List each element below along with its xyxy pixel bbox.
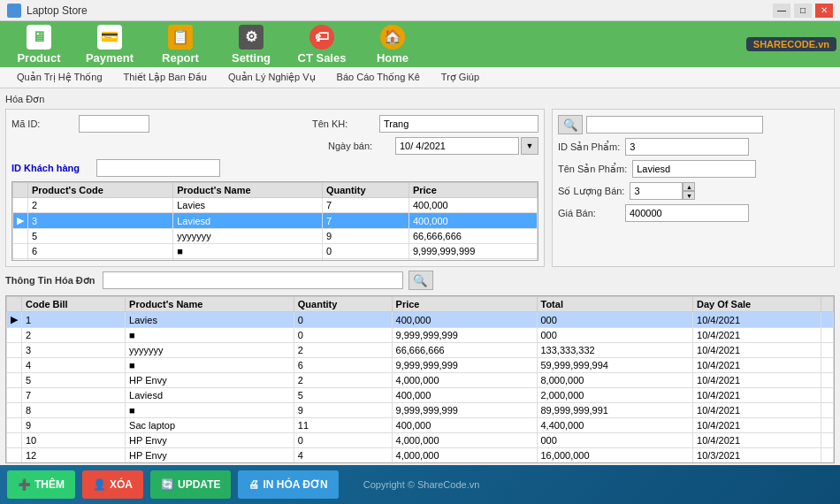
bill-arrow-cell [7,358,22,373]
col-product-name: Product's Name [173,183,323,198]
nav-payment[interactable]: 💳 Payment [74,21,145,68]
bill-col-arrow [7,297,22,312]
date-input-wrap: ▼ [395,137,538,155]
bill-total: 266,500,098 [537,463,693,464]
row-arrow-cell [13,259,28,262]
nav-report-label: Report [162,51,199,65]
bill-code: 5 [22,373,126,388]
ten-kh-input[interactable] [379,115,538,133]
nav-product[interactable]: 🖥 Product [4,21,74,68]
row-arrow-cell: ▶ [13,213,28,229]
bill-arrow-cell [7,448,22,463]
bills-search-input[interactable] [103,271,403,289]
bills-row[interactable]: 8 ■ 9 9,999,999,999 89,999,999,991 10/4/… [7,403,834,418]
bills-row[interactable]: 12 HP Envy 4 4,000,000 16,000,000 10/3/2… [7,448,834,463]
id-khach-hang-input[interactable] [96,159,220,177]
title-bar: Laptop Store — □ ✕ [0,0,840,21]
bill-name: Susi nsha [126,463,294,464]
nav-logo: SHARECODE.vn [746,37,836,51]
bill-col-total: Total [537,297,693,312]
bill-code: 3 [22,343,126,358]
bill-extra [821,403,834,418]
products-row[interactable]: 2 Lavies 7 400,000 [13,198,538,213]
update-label: UPDATE [178,478,220,491]
ma-id-input[interactable] [79,115,149,133]
print-button[interactable]: 🖨 IN HÓA ĐƠN [238,470,338,499]
right-row-id-sp: ID Sản Phẩm: [558,138,829,156]
bills-row[interactable]: 3 yyyyyyy 2 66,666,666 133,333,332 10/4/… [7,343,834,358]
xoa-button[interactable]: 👤 XÓA [82,470,143,499]
menu-bar: Quản Trị Hệ Thống Thiết Lập Ban Đầu Quản… [0,67,840,88]
products-row[interactable]: 5 yyyyyyy 9 66,666,666 [13,229,538,244]
bills-table: Code Bill Product's Name Quantity Price … [6,296,834,463]
bills-row[interactable]: 2 ■ 0 9,999,999,999 000 10/4/2021 [7,328,834,343]
close-button[interactable]: ✕ [815,4,833,18]
bill-qty: 0 [294,312,392,328]
ten-kh-label: Tên KH: [312,118,374,129]
so-luong-down-button[interactable]: ▼ [683,191,695,200]
col-quantity: Quantity [322,183,409,198]
so-luong-up-button[interactable]: ▲ [683,182,695,191]
id-sp-label: ID Sản Phẩm: [558,141,620,153]
col-product-code: Product's Code [28,183,173,198]
form-left-panel: Mã ID: Tên KH: Ngày bán: ▼ ID Khách hàng [5,109,545,267]
nav-report[interactable]: 📋 Report [145,21,216,68]
row-code: 3 [28,213,173,229]
bills-row[interactable]: 7 Laviesd 5 400,000 2,000,000 10/4/2021 [7,388,834,403]
menu-quan-tri[interactable]: Quản Trị Hệ Thống [7,69,112,86]
gia-ban-input[interactable] [625,204,749,222]
bill-col-code: Code Bill [22,297,126,312]
bill-qty: 6 [294,358,392,373]
bill-qty: 0 [294,433,392,448]
ma-id-label: Mã ID: [11,118,73,129]
update-button[interactable]: 🔄 UPDATE [150,470,231,499]
nav-ctsales[interactable]: 🏷 CT Sales [286,21,357,68]
bill-code: 8 [22,403,126,418]
bill-price: 9,999,999,999 [392,358,537,373]
bill-name: ■ [126,358,294,373]
product-icon: 🖥 [27,25,51,50]
bills-row[interactable]: 4 ■ 6 9,999,999,999 59,999,999,994 10/4/… [7,358,834,373]
menu-quan-ly[interactable]: Quản Lý Nghiệp Vụ [218,69,325,86]
row-price: 66,666,666 [409,229,537,244]
menu-tro-giup[interactable]: Trợ Giúp [431,69,489,86]
menu-bao-cao[interactable]: Báo Cáo Thống Kê [327,69,430,86]
bill-extra [821,388,834,403]
row-quantity: 7 [322,213,409,229]
bill-qty: 0 [294,328,392,343]
bill-name: HP Envy [126,433,294,448]
ngay-ban-label: Ngày bán: [328,141,390,151]
bottom-bar: ➕ THÊM 👤 XÓA 🔄 UPDATE 🖨 IN HÓA ĐƠN Copyr… [0,465,840,504]
ten-sp-input[interactable] [632,160,756,178]
them-button[interactable]: ➕ THÊM [7,470,75,499]
nav-home[interactable]: 🏠 Home [357,21,428,68]
bills-row[interactable]: 5 HP Envy 2 4,000,000 8,000,000 10/4/202… [7,373,834,388]
bills-row[interactable]: 9 Sac laptop 11 400,000 4,400,000 10/4/2… [7,418,834,433]
bill-total: 000 [537,328,693,343]
setting-icon: ⚙ [239,25,263,50]
bills-row[interactable]: 10 HP Envy 0 4,000,000 000 10/4/2021 [7,433,834,448]
id-sp-input[interactable] [625,138,749,156]
products-row[interactable]: 6 ■ 0 9,999,999,999 [13,244,538,259]
date-picker-button[interactable]: ▼ [521,137,538,155]
menu-thiet-lap[interactable]: Thiết Lập Ban Đầu [114,69,217,86]
bills-row[interactable]: ▶ 1 Lavies 0 400,000 000 10/4/2021 [7,312,834,328]
right-search-input[interactable] [586,116,763,134]
them-icon: ➕ [18,478,31,491]
row-arrow-cell [13,229,28,244]
bill-extra [821,373,834,388]
bill-total: 59,999,999,994 [537,358,693,373]
bill-day: 10/4/2021 [693,358,821,373]
bill-total: 8,000,000 [537,373,693,388]
bills-row[interactable]: 13 Susi nsha 3 88,833,366 266,500,098 10… [7,463,834,464]
products-row[interactable]: ▶ 3 Laviesd 7 400,000 [13,213,538,229]
nav-setting[interactable]: ⚙ Setting [216,21,286,68]
so-luong-ban-input[interactable] [630,182,683,200]
bill-price: 4,000,000 [392,433,537,448]
right-search-button[interactable]: 🔍 [558,115,583,134]
ngay-ban-input[interactable] [395,137,519,155]
bills-search-button[interactable]: 🔍 [409,271,433,290]
maximize-button[interactable]: □ [794,4,812,18]
products-row[interactable]: 7 HP Envy 6 4,000,000 [13,259,538,262]
minimize-button[interactable]: — [773,4,790,18]
